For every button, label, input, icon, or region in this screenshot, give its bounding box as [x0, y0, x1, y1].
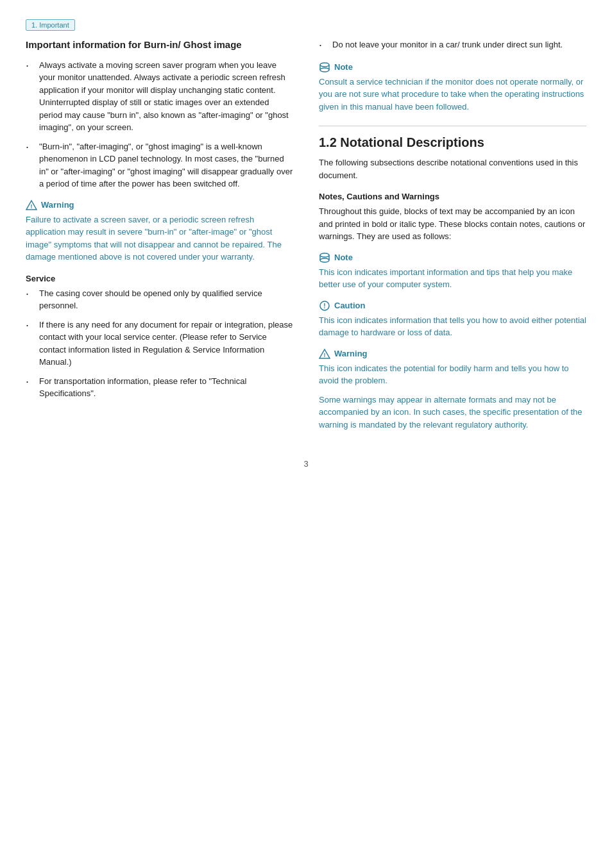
svg-text:!: !	[323, 303, 325, 310]
warning-body-1: Failure to activate a screen saver, or a…	[26, 213, 293, 263]
note-header-2: Note	[319, 252, 586, 263]
caution-icon: !	[319, 300, 330, 312]
right-column: Do not leave your monitor in a car/ trun…	[319, 38, 586, 440]
bullet-list-1: Always activate a moving screen saver pr…	[26, 59, 293, 190]
notes-cautions-heading: Notes, Cautions and Warnings	[319, 192, 586, 201]
note-label-2: Note	[334, 253, 353, 262]
section-1-2-title: 1.2 Notational Descriptions	[319, 135, 586, 150]
svg-point-6	[320, 253, 329, 257]
note-icon-1	[319, 62, 330, 73]
note-body-1: Consult a service technician if the moni…	[319, 76, 586, 113]
warning-header-1: ! Warning	[26, 199, 293, 211]
warning-label-2: Warning	[334, 349, 368, 358]
warning-label-1: Warning	[41, 200, 74, 210]
svg-point-5	[320, 68, 329, 72]
warning-body-2b: Some warnings may appear in alternate fo…	[319, 394, 586, 431]
caution-label: Caution	[334, 301, 365, 310]
list-item: If there is any need for any document fo…	[26, 319, 293, 369]
tag-important: 1. Important	[26, 19, 586, 38]
list-item: The casing cover should be opened only b…	[26, 287, 293, 312]
page-number: 3	[26, 459, 586, 469]
list-item-text: Always activate a moving screen saver pr…	[39, 59, 293, 134]
svg-point-2	[320, 63, 329, 67]
list-item: "Burn-in", "after-imaging", or "ghost im…	[26, 140, 293, 190]
note-icon-2	[319, 252, 330, 263]
section-1-2: 1.2 Notational Descriptions The followin…	[319, 135, 586, 431]
note-block-2: Note This icon indicates important infor…	[319, 252, 586, 291]
svg-text:!: !	[324, 352, 326, 358]
note-label-1: Note	[334, 62, 353, 72]
service-heading: Service	[26, 274, 293, 283]
list-item-text: If there is any need for any document fo…	[39, 319, 293, 369]
list-item-text: Do not leave your monitor in a car/ trun…	[332, 38, 563, 53]
note-body-2: This icon indicates important informatio…	[319, 266, 586, 291]
list-item-text: "Burn-in", "after-imaging", or "ghost im…	[39, 140, 293, 190]
svg-text:!: !	[31, 203, 33, 210]
main-heading: Important information for Burn-in/ Ghost…	[26, 38, 293, 51]
warning-block-2: ! Warning This icon indicates the potent…	[319, 348, 586, 431]
list-item: Always activate a moving screen saver pr…	[26, 59, 293, 134]
caution-header: ! Caution	[319, 300, 586, 312]
warning-body-2a: This icon indicates the potential for bo…	[319, 362, 586, 387]
warning-icon: !	[26, 199, 37, 211]
section-1-2-intro: The following subsections describe notat…	[319, 156, 586, 181]
list-item-text: The casing cover should be opened only b…	[39, 287, 293, 312]
list-item: Do not leave your monitor in a car/ trun…	[319, 38, 586, 53]
caution-body: This icon indicates information that tel…	[319, 314, 586, 339]
svg-point-9	[320, 258, 329, 262]
service-bullet-list: The casing cover should be opened only b…	[26, 287, 293, 400]
notes-cautions-body: Throughout this guide, blocks of text ma…	[319, 205, 586, 243]
note-header-1: Note	[319, 62, 586, 73]
right-bullet-extra: Do not leave your monitor in a car/ trun…	[319, 38, 586, 53]
warning-block-1: ! Warning Failure to activate a screen s…	[26, 199, 293, 263]
note-block-1: Note Consult a service technician if the…	[319, 62, 586, 113]
list-item: For transportation information, please r…	[26, 375, 293, 400]
list-item-text: For transportation information, please r…	[39, 375, 293, 400]
warning-icon-2: !	[319, 348, 330, 360]
caution-block: ! Caution This icon indicates informatio…	[319, 300, 586, 339]
section-divider	[319, 126, 586, 126]
left-column: Important information for Burn-in/ Ghost…	[26, 38, 293, 440]
warning-header-2: ! Warning	[319, 348, 586, 360]
